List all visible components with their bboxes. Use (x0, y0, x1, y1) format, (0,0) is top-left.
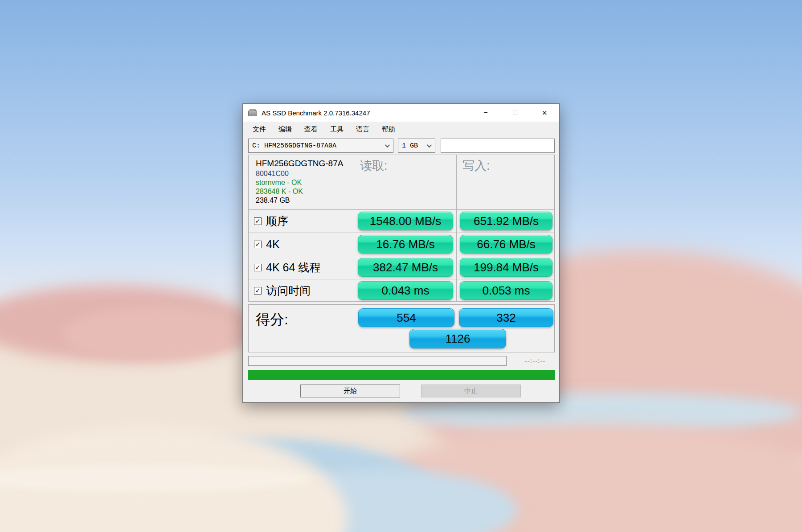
desktop-background: AS SSD Benchmark 2.0.7316.34247 − □ × 文件… (0, 0, 802, 532)
sequential-checkbox[interactable]: ✓ (254, 217, 262, 225)
4k64-read-value: 382.47 MB/s (358, 258, 453, 277)
aux-field[interactable] (441, 139, 555, 153)
table-row-4k64: ✓ 4K 64 线程 382.47 MB/s 199.84 MB/s (249, 256, 554, 279)
drive-model: HFM256GDGTNG-87A (256, 159, 354, 168)
results-table: HFM256GDGTNG-87A 80041C00 stornvme - OK … (248, 155, 555, 302)
table-row-sequential: ✓ 顺序 1548.00 MB/s 651.92 MB/s (249, 209, 554, 233)
total-score: 1126 (409, 329, 506, 348)
4k64-write-value: 199.84 MB/s (460, 258, 552, 277)
sequential-write-value: 651.92 MB/s (460, 212, 552, 230)
4k64-checkbox[interactable]: ✓ (254, 264, 262, 271)
test-size-value: 1 GB (402, 142, 418, 150)
read-column-header: 读取: (360, 158, 388, 174)
driver-status: stornvme - OK (256, 179, 354, 187)
toolbar: C: HFM256GDGTNG-87A0A 1 GB (243, 139, 559, 154)
close-button[interactable]: × (530, 104, 559, 122)
drive-info-panel: HFM256GDGTNG-87A 80041C00 stornvme - OK … (249, 155, 354, 209)
chevron-down-icon (427, 143, 432, 147)
maximize-button[interactable]: □ (500, 104, 530, 122)
table-row-access-time: ✓ 访问时间 0.043 ms 0.053 ms (249, 279, 554, 302)
access-time-write-value: 0.053 ms (460, 281, 552, 300)
drive-capacity: 238.47 GB (256, 196, 354, 205)
write-score: 332 (459, 308, 553, 327)
minimize-button[interactable]: − (471, 104, 500, 122)
test-size-select[interactable]: 1 GB (398, 139, 435, 153)
table-row-4k: ✓ 4K 16.76 MB/s 66.76 MB/s (249, 233, 554, 256)
progress-bar (248, 356, 507, 366)
drive-firmware: 80041C00 (256, 170, 354, 178)
write-column-header: 写入: (462, 158, 490, 174)
access-time-checkbox[interactable]: ✓ (254, 287, 262, 295)
menu-item-edit[interactable]: 编辑 (272, 122, 298, 137)
time-display: --:--:-- (516, 357, 555, 366)
window-title: AS SSD Benchmark 2.0.7316.34247 (262, 109, 370, 117)
menu-item-help[interactable]: 帮助 (376, 122, 401, 137)
read-score: 554 (358, 308, 454, 327)
drive-icon (248, 109, 257, 116)
pink-foliage-left-small (62, 307, 250, 361)
row-label: 4K (266, 238, 280, 251)
4k-write-value: 66.76 MB/s (460, 235, 552, 254)
titlebar: AS SSD Benchmark 2.0.7316.34247 − □ × (243, 104, 559, 122)
score-label: 得分: (256, 310, 288, 330)
menu-item-tools[interactable]: 工具 (324, 122, 350, 137)
access-time-read-value: 0.043 ms (358, 281, 453, 300)
drive-select-value: C: HFM256GDGTNG-87A0A (252, 142, 336, 150)
4k-read-value: 16.76 MB/s (358, 235, 453, 254)
menu-item-file[interactable]: 文件 (246, 122, 272, 137)
score-section: 得分: 554 332 1126 (248, 304, 555, 352)
chevron-down-icon (385, 143, 390, 147)
row-label: 4K 64 线程 (266, 260, 320, 275)
overall-progress-bar (248, 370, 555, 380)
row-label: 顺序 (266, 214, 288, 229)
4k-checkbox[interactable]: ✓ (254, 241, 262, 248)
as-ssd-benchmark-window: AS SSD Benchmark 2.0.7316.34247 − □ × 文件… (242, 103, 560, 403)
sequential-read-value: 1548.00 MB/s (358, 212, 453, 230)
menu-item-view[interactable]: 查看 (298, 122, 324, 137)
alignment-status: 283648 K - OK (256, 188, 354, 196)
abort-button[interactable]: 中止 (421, 385, 521, 397)
menubar: 文件 编辑 查看 工具 语言 帮助 (243, 122, 559, 137)
start-button[interactable]: 开始 (300, 385, 400, 397)
row-label: 访问时间 (266, 283, 311, 298)
drive-select[interactable]: C: HFM256GDGTNG-87A0A (248, 139, 393, 153)
menu-item-language[interactable]: 语言 (350, 122, 376, 137)
